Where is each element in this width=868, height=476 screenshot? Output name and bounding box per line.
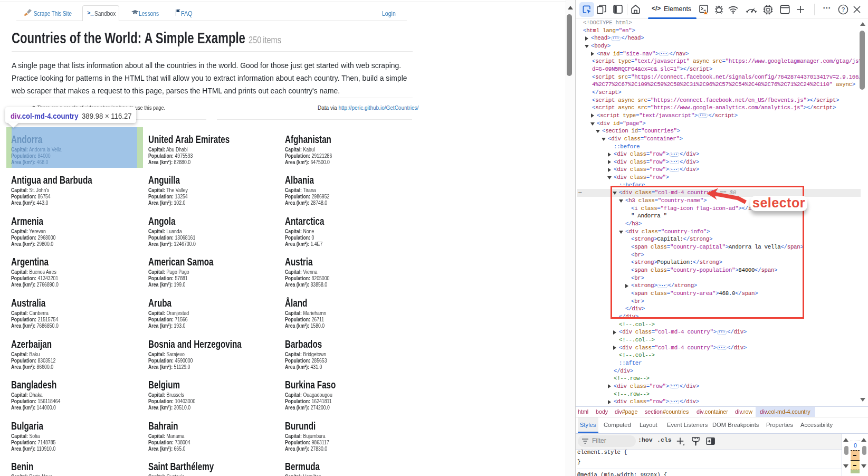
- svg-text:?: ?: [842, 6, 845, 13]
